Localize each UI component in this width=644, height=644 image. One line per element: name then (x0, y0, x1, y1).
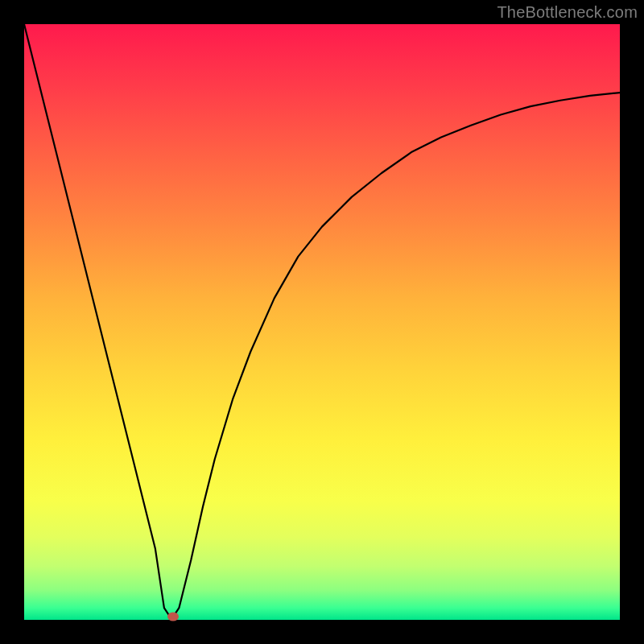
bottleneck-curve (24, 24, 620, 620)
watermark-text: TheBottleneck.com (497, 3, 638, 22)
optimal-point-marker (167, 613, 179, 621)
chart-frame: TheBottleneck.com (0, 0, 644, 644)
plot-area (24, 24, 620, 620)
